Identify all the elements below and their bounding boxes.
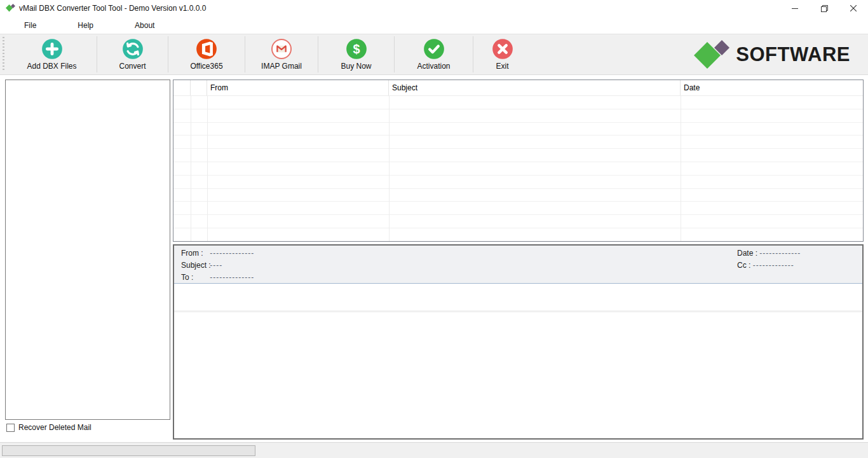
preview-body <box>174 312 862 438</box>
preview-from-field: From : -------------- <box>181 249 254 258</box>
grid-line <box>207 96 208 242</box>
svg-text:$: $ <box>353 42 360 56</box>
toolbar-grip-handle[interactable] <box>2 37 7 72</box>
brand-logo: SOFTWARE <box>691 38 850 71</box>
exit-button[interactable]: Exit <box>473 34 531 74</box>
menu-help[interactable]: Help <box>76 18 95 32</box>
brand-text: SOFTWARE <box>736 43 850 66</box>
toolbar-button-label: IMAP Gmail <box>261 62 302 71</box>
preview-subheader-area <box>174 284 862 310</box>
check-icon <box>423 38 445 60</box>
convert-button[interactable]: Convert <box>97 34 168 74</box>
statusbar <box>0 442 868 458</box>
buy-now-button[interactable]: $ Buy Now <box>318 34 394 74</box>
close-button[interactable] <box>839 0 868 17</box>
convert-sync-icon <box>122 38 144 60</box>
table-row <box>173 215 863 228</box>
preview-subject-field: Subject : ---- <box>181 261 222 270</box>
activation-button[interactable]: Activation <box>395 34 473 74</box>
imap-gmail-button[interactable]: IMAP Gmail <box>245 34 318 74</box>
recover-deleted-mail-row: Recover Deleted Mail <box>6 423 92 432</box>
table-row <box>173 228 863 242</box>
office365-icon <box>196 38 217 60</box>
grid-line <box>191 96 191 242</box>
toolbar: Add DBX Files Convert Office365 IMAP <box>0 34 868 75</box>
column-header-subject[interactable]: Subject <box>389 80 681 95</box>
table-row <box>173 109 863 123</box>
column-header-blank2[interactable] <box>191 80 207 95</box>
toolbar-button-label: Buy Now <box>341 62 371 71</box>
grid-line <box>389 96 390 242</box>
minimize-button[interactable] <box>780 0 810 17</box>
toolbar-button-label: Convert <box>119 62 146 71</box>
gmail-icon <box>271 38 292 60</box>
restore-button[interactable] <box>810 0 839 17</box>
add-plus-icon <box>41 38 63 60</box>
preview-to-field: To : -------------- <box>181 273 254 282</box>
recover-deleted-mail-checkbox[interactable] <box>6 424 15 432</box>
main-area: Recover Deleted Mail From Subject Date F… <box>0 75 868 442</box>
menu-about[interactable]: About <box>133 18 156 32</box>
toolbar-button-label: Exit <box>496 62 508 71</box>
toolbar-button-label: Office365 <box>190 62 222 71</box>
column-header-blank1[interactable] <box>173 80 191 95</box>
table-row <box>173 135 863 149</box>
menubar: File Help About <box>0 17 868 34</box>
office365-button[interactable]: Office365 <box>168 34 245 74</box>
add-dbx-files-button[interactable]: Add DBX Files <box>7 34 97 74</box>
exit-x-icon <box>492 38 513 60</box>
table-row <box>173 149 863 162</box>
preview-date-field: Date : ------------- <box>737 249 801 258</box>
column-header-from[interactable]: From <box>207 80 389 95</box>
table-rows <box>173 96 863 242</box>
table-row <box>173 96 863 109</box>
mail-list-table: From Subject Date <box>173 80 864 242</box>
table-row <box>173 162 863 176</box>
menu-file[interactable]: File <box>23 18 37 32</box>
toolbar-button-label: Activation <box>417 62 450 71</box>
recover-deleted-mail-label: Recover Deleted Mail <box>18 423 92 432</box>
table-row <box>173 189 863 202</box>
mail-list-header: From Subject Date <box>173 80 863 96</box>
table-row <box>173 176 863 189</box>
column-header-date[interactable]: Date <box>681 80 863 95</box>
titlebar: vMail DBX Converter Tool Tool - Demo Ver… <box>0 0 868 17</box>
brand-diamond-icon <box>691 38 731 71</box>
table-row <box>173 202 863 215</box>
mail-preview-pane: From : -------------- Subject : ---- To … <box>173 244 864 440</box>
app-logo-icon <box>5 3 15 13</box>
table-row <box>173 123 863 136</box>
grid-line <box>681 96 681 242</box>
progress-bar <box>2 445 255 456</box>
preview-header: From : -------------- Subject : ---- To … <box>174 246 862 284</box>
dollar-icon: $ <box>346 38 367 60</box>
window-title: vMail DBX Converter Tool Tool - Demo Ver… <box>19 4 206 13</box>
preview-cc-field: Cc : ------------- <box>737 261 794 270</box>
toolbar-button-label: Add DBX Files <box>27 62 76 71</box>
folder-tree-panel[interactable] <box>5 80 170 420</box>
